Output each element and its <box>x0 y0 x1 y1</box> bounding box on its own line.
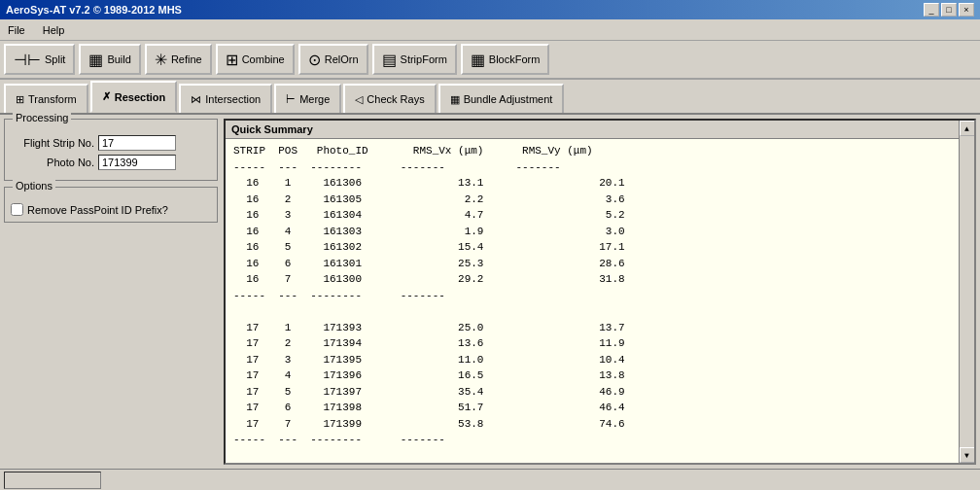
tab-bar: ⊞ Transform ✗ Resection ⋈ Intersection ⊢… <box>0 80 980 115</box>
stripform-button[interactable]: ▤ StripForm <box>372 44 457 75</box>
status-bar <box>0 469 980 490</box>
build-button[interactable]: ▦ Build <box>79 44 140 75</box>
tab-intersection[interactable]: ⋈ Intersection <box>179 84 272 113</box>
transform-icon: ⊞ <box>16 93 24 106</box>
window-controls[interactable]: _ □ × <box>924 3 974 17</box>
scrollbar[interactable]: ▲ ▼ <box>959 121 974 463</box>
passpoint-label: Remove PassPoint ID Prefix? <box>27 204 168 216</box>
left-panel: Processing Flight Strip No. Photo No. Op… <box>4 119 218 465</box>
processing-title: Processing <box>13 112 71 123</box>
stripform-icon: ▤ <box>382 51 397 69</box>
relorn-button[interactable]: ⊙ RelOrn <box>298 44 368 75</box>
status-panel <box>4 472 101 489</box>
title-bar: AeroSys-AT v7.2 © 1989-2012 MHS _ □ × <box>0 0 980 19</box>
refine-button[interactable]: ✳ Refine <box>145 44 212 75</box>
menu-help[interactable]: Help <box>39 23 69 37</box>
app-title: AeroSys-AT v7.2 © 1989-2012 MHS <box>6 4 182 16</box>
tab-transform[interactable]: ⊞ Transform <box>4 84 88 113</box>
intersection-icon: ⋈ <box>191 93 201 106</box>
checkrays-icon: ◁ <box>355 93 363 106</box>
relorn-icon: ⊙ <box>308 51 321 69</box>
tab-checkrays[interactable]: ◁ Check Rays <box>343 84 436 113</box>
blockform-icon: ▦ <box>471 51 485 69</box>
split-button[interactable]: ⊣⊢ Split <box>4 44 75 75</box>
photo-no-label: Photo No. <box>11 157 98 168</box>
summary-content[interactable]: STRIP POS Photo_ID RMS_Vx (μm) RMS_Vy (μ… <box>226 139 974 458</box>
bundleadj-icon: ▦ <box>450 93 460 106</box>
merge-icon: ⊢ <box>286 93 296 106</box>
options-group: Options Remove PassPoint ID Prefix? <box>4 187 218 223</box>
menu-file[interactable]: File <box>4 23 29 37</box>
combine-icon: ⊞ <box>226 51 238 69</box>
processing-group: Processing Flight Strip No. Photo No. <box>4 119 218 181</box>
quick-summary-title: Quick Summary <box>226 121 974 139</box>
photo-no-input[interactable] <box>98 155 176 170</box>
close-button[interactable]: × <box>959 3 974 17</box>
tab-resection[interactable]: ✗ Resection <box>90 81 178 113</box>
minimize-button[interactable]: _ <box>924 3 939 17</box>
menu-bar: File Help <box>0 19 980 41</box>
scroll-up-arrow[interactable]: ▲ <box>960 121 975 136</box>
scroll-down-arrow[interactable]: ▼ <box>960 447 975 463</box>
flight-strip-row: Flight Strip No. <box>11 135 211 151</box>
flight-strip-input[interactable] <box>98 135 176 151</box>
photo-no-row: Photo No. <box>11 155 211 170</box>
maximize-button[interactable]: □ <box>941 3 957 17</box>
resection-icon: ✗ <box>102 90 111 103</box>
flight-strip-label: Flight Strip No. <box>11 137 98 149</box>
passpoint-checkbox[interactable] <box>11 203 23 216</box>
options-title: Options <box>13 180 55 192</box>
quick-summary-panel: Quick Summary STRIP POS Photo_ID RMS_Vx … <box>224 119 976 465</box>
refine-icon: ✳ <box>155 51 167 69</box>
split-icon: ⊣⊢ <box>14 51 41 69</box>
toolbar: ⊣⊢ Split ▦ Build ✳ Refine ⊞ Combine ⊙ Re… <box>0 41 980 80</box>
passpoint-row: Remove PassPoint ID Prefix? <box>11 203 211 216</box>
build-icon: ▦ <box>88 51 103 69</box>
tab-bundleadj[interactable]: ▦ Bundle Adjustment <box>438 84 565 113</box>
tab-merge[interactable]: ⊢ Merge <box>274 84 341 113</box>
main-content: Processing Flight Strip No. Photo No. Op… <box>0 115 980 469</box>
blockform-button[interactable]: ▦ BlockForm <box>461 44 550 75</box>
combine-button[interactable]: ⊞ Combine <box>216 44 295 75</box>
